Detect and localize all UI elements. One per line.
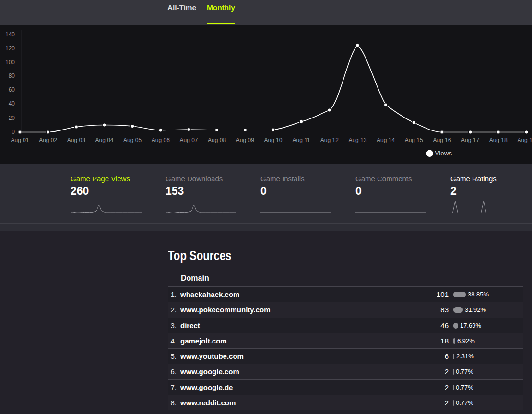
svg-text:20: 20 (9, 115, 15, 121)
svg-text:Aug 03: Aug 03 (67, 137, 85, 143)
svg-text:Aug 09: Aug 09 (236, 137, 254, 143)
svg-text:140: 140 (5, 31, 15, 38)
svg-text:40: 40 (9, 100, 15, 107)
svg-text:60: 60 (9, 86, 15, 93)
svg-text:Aug 14: Aug 14 (377, 137, 395, 143)
svg-text:Views: Views (435, 150, 452, 157)
svg-text:Aug 01: Aug 01 (11, 137, 29, 143)
svg-text:Aug 08: Aug 08 (208, 137, 226, 143)
svg-text:100: 100 (5, 59, 15, 66)
svg-text:Aug 12: Aug 12 (320, 137, 339, 143)
svg-text:Aug 10: Aug 10 (264, 137, 282, 143)
svg-text:Aug 15: Aug 15 (405, 137, 423, 143)
svg-text:Aug 19: Aug 19 (517, 137, 532, 143)
svg-text:Aug 11: Aug 11 (293, 137, 310, 143)
svg-text:80: 80 (9, 72, 15, 79)
svg-text:Aug 16: Aug 16 (433, 137, 451, 143)
svg-text:Aug 17: Aug 17 (461, 137, 479, 143)
svg-text:0: 0 (12, 129, 15, 135)
svg-text:Aug 07: Aug 07 (179, 137, 198, 143)
svg-text:120: 120 (5, 45, 15, 52)
svg-text:Aug 06: Aug 06 (152, 137, 170, 143)
svg-text:Aug 13: Aug 13 (348, 137, 366, 143)
svg-text:Aug 18: Aug 18 (489, 137, 508, 143)
svg-text:Aug 05: Aug 05 (123, 137, 142, 143)
svg-text:Aug 02: Aug 02 (39, 137, 57, 143)
svg-text:Aug 04: Aug 04 (95, 137, 113, 143)
